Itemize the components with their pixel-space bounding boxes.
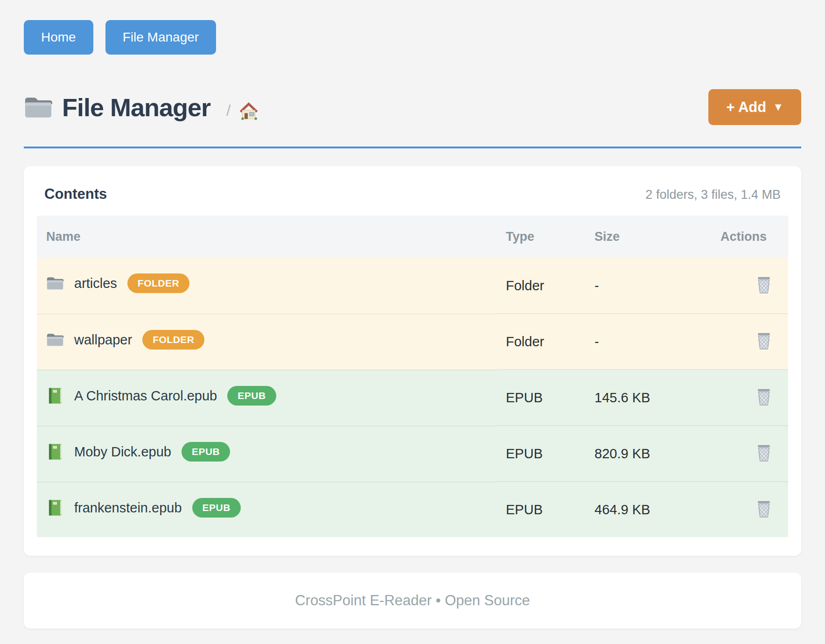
- title-group: File Manager /: [24, 93, 708, 122]
- type-badge: FOLDER: [127, 273, 189, 293]
- actions-cell: [711, 258, 788, 314]
- header-name: Name: [37, 216, 496, 258]
- nav-file-manager-button[interactable]: File Manager: [105, 20, 216, 55]
- file-name: A Christmas Carol.epub: [74, 388, 217, 404]
- page: Home File Manager File Manager /: [0, 0, 825, 644]
- size-cell: -: [585, 314, 711, 370]
- actions-cell: [711, 314, 788, 370]
- wastebasket-icon: [755, 513, 772, 520]
- wastebasket-icon: [755, 345, 772, 352]
- nav-home-button[interactable]: Home: [24, 20, 93, 55]
- table-row[interactable]: wallpaper FOLDER Folder -: [37, 314, 788, 370]
- header-size: Size: [585, 216, 711, 258]
- top-nav: Home File Manager: [24, 20, 801, 55]
- actions-cell: [711, 426, 788, 482]
- page-title: File Manager: [62, 93, 210, 122]
- name-cell[interactable]: wallpaper FOLDER: [37, 314, 496, 365]
- type-cell: Folder: [496, 314, 585, 370]
- file-name: articles: [74, 276, 117, 291]
- table-row[interactable]: Moby Dick.epub EPUB EPUB 820.9 KB: [37, 426, 788, 482]
- delete-button[interactable]: [754, 329, 774, 352]
- header-actions: Actions: [711, 216, 788, 258]
- green-book-icon: [46, 387, 64, 405]
- table-row[interactable]: frankenstein.epub EPUB EPUB 464.9 KB: [37, 482, 788, 537]
- green-book-icon: [46, 443, 64, 461]
- delete-button[interactable]: [754, 385, 774, 408]
- footer-text: CrossPoint E-Reader • Open Source: [295, 592, 530, 609]
- file-table: Name Type Size Actions: [37, 216, 788, 537]
- actions-cell: [711, 370, 788, 426]
- size-cell: 145.6 KB: [585, 370, 711, 426]
- table-row[interactable]: A Christmas Carol.epub EPUB EPUB 145.6 K…: [37, 370, 788, 426]
- breadcrumb-home-link[interactable]: [238, 100, 259, 121]
- contents-title: Contents: [44, 186, 107, 203]
- folder-icon: [46, 331, 64, 349]
- type-cell: Folder: [496, 258, 585, 314]
- type-cell: EPUB: [496, 426, 585, 482]
- contents-card: Contents 2 folders, 3 files, 1.4 MB Name…: [24, 166, 801, 556]
- type-badge: FOLDER: [142, 330, 204, 350]
- wastebasket-icon: [755, 289, 772, 296]
- contents-summary: 2 folders, 3 files, 1.4 MB: [645, 188, 781, 202]
- type-cell: EPUB: [496, 370, 585, 426]
- accent-divider: [24, 147, 801, 148]
- page-header: File Manager / + Add ▼: [24, 89, 801, 125]
- file-name: Moby Dick.epub: [74, 444, 171, 460]
- delete-button[interactable]: [754, 273, 774, 296]
- wastebasket-icon: [755, 457, 772, 464]
- add-button[interactable]: + Add ▼: [708, 89, 801, 125]
- name-cell[interactable]: Moby Dick.epub EPUB: [37, 426, 496, 477]
- breadcrumb: /: [226, 100, 259, 121]
- add-button-label: + Add: [726, 99, 766, 116]
- name-cell[interactable]: A Christmas Carol.epub EPUB: [37, 370, 496, 421]
- house-icon: [238, 100, 259, 121]
- type-badge: EPUB: [182, 442, 230, 462]
- contents-card-header: Contents 2 folders, 3 files, 1.4 MB: [37, 180, 788, 216]
- delete-button[interactable]: [754, 497, 774, 520]
- delete-button[interactable]: [754, 441, 774, 464]
- breadcrumb-separator: /: [226, 101, 231, 119]
- size-cell: -: [585, 258, 711, 314]
- type-badge: EPUB: [192, 498, 241, 518]
- green-book-icon: [46, 499, 64, 517]
- type-badge: EPUB: [227, 386, 276, 406]
- actions-cell: [711, 482, 788, 537]
- footer-card: CrossPoint E-Reader • Open Source: [24, 573, 801, 629]
- size-cell: 820.9 KB: [585, 426, 711, 482]
- size-cell: 464.9 KB: [585, 482, 711, 537]
- file-table-body: articles FOLDER Folder -: [37, 258, 788, 537]
- name-cell[interactable]: articles FOLDER: [37, 258, 496, 308]
- folder-icon: [24, 94, 53, 120]
- type-cell: EPUB: [496, 482, 585, 537]
- file-table-head: Name Type Size Actions: [37, 216, 788, 258]
- file-name: wallpaper: [74, 332, 132, 348]
- wastebasket-icon: [755, 401, 772, 408]
- name-cell[interactable]: frankenstein.epub EPUB: [37, 482, 496, 533]
- header-type: Type: [496, 216, 585, 258]
- file-name: frankenstein.epub: [74, 500, 182, 516]
- chevron-down-icon: ▼: [773, 101, 783, 113]
- table-row[interactable]: articles FOLDER Folder -: [37, 258, 788, 314]
- folder-icon: [46, 274, 64, 292]
